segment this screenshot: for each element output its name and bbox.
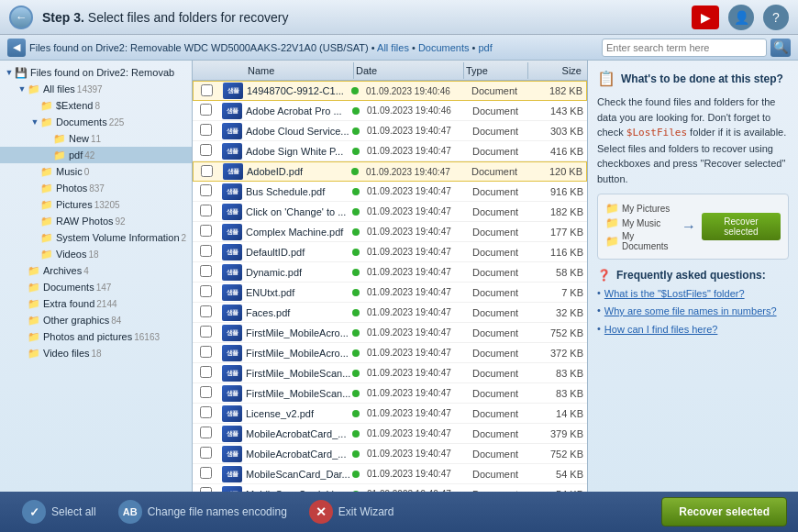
file-checkbox[interactable] bbox=[200, 386, 212, 398]
file-checkbox[interactable] bbox=[200, 366, 212, 378]
file-date: 01.09.2023 19:40:47 bbox=[367, 348, 472, 358]
help-button[interactable]: ? bbox=[763, 5, 789, 30]
exit-button[interactable]: ✕ Exit Wizard bbox=[298, 494, 405, 529]
file-checkbox[interactable] bbox=[200, 205, 212, 216]
file-checkbox[interactable] bbox=[200, 406, 212, 418]
path-link-pdf[interactable]: pdf bbox=[479, 42, 493, 53]
tree-item-count: 11 bbox=[91, 134, 101, 144]
row-checkbox[interactable] bbox=[193, 205, 218, 218]
file-checkbox[interactable] bbox=[200, 427, 212, 438]
row-checkbox[interactable] bbox=[193, 225, 218, 238]
tree-item-documents2[interactable]: 📁 Documents 147 bbox=[0, 279, 192, 295]
row-checkbox[interactable] bbox=[193, 144, 218, 158]
tree-item-pictures[interactable]: 📁 Pictures 13205 bbox=[0, 196, 192, 213]
nav-back-button[interactable]: ◀ bbox=[7, 39, 26, 57]
tree-item-archives[interactable]: 📁 Archives 4 bbox=[0, 262, 192, 279]
recover-mini-button[interactable]: Recover selected bbox=[702, 213, 781, 240]
row-checkbox[interactable] bbox=[193, 366, 218, 380]
row-checkbox[interactable] bbox=[193, 346, 218, 360]
tree-item-photospictures[interactable]: 📁 Photos and pictures 16163 bbox=[0, 328, 192, 345]
file-checkbox[interactable] bbox=[200, 487, 212, 492]
row-checkbox[interactable] bbox=[193, 305, 218, 319]
recover-selected-button[interactable]: Recover selected bbox=[661, 497, 787, 526]
file-name: Click on 'Change' to ... bbox=[246, 206, 352, 217]
path-link-documents[interactable]: Documents bbox=[418, 42, 470, 53]
faq-link-3[interactable]: How can I find files here? bbox=[604, 323, 718, 337]
tree-item-documents[interactable]: ▼ 📁 Documents 225 bbox=[0, 114, 192, 130]
row-checkbox[interactable] bbox=[193, 245, 218, 259]
file-checkbox[interactable] bbox=[200, 305, 212, 317]
file-checkbox[interactable] bbox=[200, 265, 212, 277]
tree-item-music[interactable]: 📁 Music 0 bbox=[0, 163, 192, 180]
row-checkbox[interactable] bbox=[193, 285, 218, 299]
row-checkbox[interactable] bbox=[193, 487, 218, 492]
path-link-allfiles[interactable]: All files bbox=[377, 42, 409, 53]
row-checkbox[interactable] bbox=[193, 447, 218, 460]
tree-item-pdf[interactable]: 📁 pdf 42 bbox=[0, 147, 192, 163]
tree-item-new[interactable]: 📁 New 11 bbox=[0, 130, 192, 147]
header-date[interactable]: Date bbox=[356, 65, 461, 76]
faq-link-2[interactable]: Why are some file names in numbers? bbox=[604, 305, 777, 318]
select-all-button[interactable]: ✓ Select all bbox=[11, 494, 107, 529]
row-checkbox[interactable] bbox=[194, 84, 219, 98]
tree-item-sysvolinfo[interactable]: 📁 System Volume Information 2 bbox=[0, 229, 192, 246]
row-checkbox[interactable] bbox=[193, 184, 218, 198]
header-name[interactable]: Name bbox=[248, 65, 351, 76]
row-checkbox[interactable] bbox=[193, 265, 218, 279]
row-checkbox[interactable] bbox=[193, 386, 218, 400]
folder-icon: 📁 bbox=[28, 298, 40, 310]
file-type: Document bbox=[472, 408, 532, 419]
file-checkbox[interactable] bbox=[200, 184, 212, 196]
tree-item-extend[interactable]: 📁 $Extend 8 bbox=[0, 97, 192, 114]
file-size: 372 KB bbox=[532, 348, 587, 359]
search-input[interactable] bbox=[602, 39, 767, 57]
row-checkbox[interactable] bbox=[194, 165, 219, 179]
folder-icon: 📁 bbox=[40, 100, 53, 112]
tree-item-allfiles[interactable]: ▼ 📁 All files 14397 bbox=[0, 81, 192, 97]
row-checkbox[interactable] bbox=[193, 124, 218, 138]
tree-item-label: $Extend bbox=[56, 100, 93, 111]
file-checkbox[interactable] bbox=[201, 165, 213, 177]
info-title-text: What's to be done at this step? bbox=[621, 72, 783, 85]
file-checkbox[interactable] bbox=[200, 144, 212, 156]
search-button[interactable]: 🔍 bbox=[770, 39, 791, 57]
file-checkbox[interactable] bbox=[200, 245, 212, 257]
tree-item-count: 2 bbox=[182, 233, 187, 243]
back-button[interactable]: ← bbox=[9, 6, 33, 29]
header-type[interactable]: Type bbox=[466, 65, 526, 76]
row-checkbox[interactable] bbox=[193, 467, 218, 481]
tree-item-rawphotos[interactable]: 📁 RAW Photos 92 bbox=[0, 213, 192, 229]
file-checkbox[interactable] bbox=[200, 326, 212, 338]
user-button[interactable]: 👤 bbox=[728, 5, 754, 30]
status-dot bbox=[352, 390, 360, 397]
row-checkbox[interactable] bbox=[193, 406, 218, 420]
tree-item-othergraphics[interactable]: 📁 Other graphics 84 bbox=[0, 312, 192, 328]
tree-item-photos[interactable]: 📁 Photos 837 bbox=[0, 180, 192, 196]
file-name: FirstMile_MobileAcro... bbox=[246, 348, 352, 359]
tree-item-videofiles[interactable]: 📁 Video files 18 bbox=[0, 345, 192, 361]
tree-item-count: 92 bbox=[116, 216, 126, 227]
file-checkbox[interactable] bbox=[200, 225, 212, 237]
tree-item-label: Documents bbox=[43, 282, 94, 293]
status-dot bbox=[352, 107, 360, 115]
encoding-button[interactable]: AB Change file names encoding bbox=[107, 494, 298, 529]
file-checkbox[interactable] bbox=[200, 285, 212, 297]
tree-item-extrafound[interactable]: 📁 Extra found 2144 bbox=[0, 295, 192, 312]
file-checkbox[interactable] bbox=[200, 124, 212, 136]
file-checkbox[interactable] bbox=[200, 447, 212, 459]
file-checkbox[interactable] bbox=[200, 104, 212, 116]
youtube-button[interactable]: ▶ bbox=[692, 6, 719, 29]
status-indicator bbox=[352, 186, 367, 197]
file-checkbox[interactable] bbox=[200, 467, 212, 479]
tree-item-root[interactable]: ▼ 💾 Files found on Drive2: Removab bbox=[0, 64, 192, 81]
file-checkbox[interactable] bbox=[200, 346, 212, 358]
file-checkbox[interactable] bbox=[201, 84, 213, 96]
file-size: 32 KB bbox=[532, 307, 587, 318]
tree-item-videos[interactable]: 📁 Videos 18 bbox=[0, 246, 192, 262]
row-checkbox[interactable] bbox=[193, 104, 218, 117]
row-checkbox[interactable] bbox=[193, 326, 218, 339]
header-size[interactable]: Size bbox=[530, 65, 585, 76]
file-type: Document bbox=[472, 368, 532, 379]
row-checkbox[interactable] bbox=[193, 427, 218, 440]
faq-link-1[interactable]: What is the "$LostFiles" folder? bbox=[604, 287, 745, 301]
